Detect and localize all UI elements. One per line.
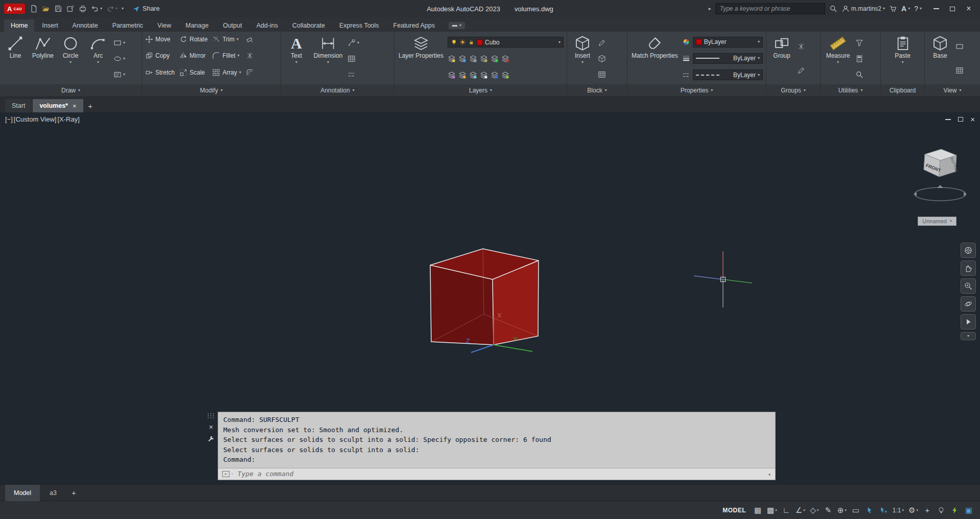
tab-addins[interactable]: Add-ins: [250, 19, 285, 32]
arc-button[interactable]: Arc▾: [86, 34, 110, 83]
table-button[interactable]: [347, 54, 359, 64]
tab-view[interactable]: View: [151, 19, 178, 32]
clipboard-panel-title[interactable]: Clipboard: [881, 84, 924, 97]
command-window[interactable]: × Command: SURFSCULPT Mesh conversion se…: [204, 412, 776, 480]
dimension-style-button[interactable]: [347, 69, 359, 80]
collapse-history-button[interactable]: ▴: [768, 471, 771, 477]
plot-button[interactable]: [77, 3, 88, 15]
group-edit-button[interactable]: [797, 65, 805, 76]
navbar-menu-button[interactable]: ▾: [961, 332, 976, 340]
account-menu[interactable]: m.martins2▾: [842, 5, 885, 13]
viewport-restore-icon[interactable]: [958, 117, 963, 122]
rotate-button[interactable]: Rotate: [179, 34, 207, 45]
cube-solid[interactable]: [430, 249, 539, 345]
layer-properties-button[interactable]: Layer Properties: [398, 34, 445, 83]
utilities-panel-title[interactable]: Utilities▾: [821, 84, 880, 97]
viewport-minimize-icon[interactable]: [945, 119, 951, 120]
new-layout-button[interactable]: +: [66, 485, 81, 501]
layer-match-button[interactable]: [491, 54, 499, 64]
isolate-objects-button[interactable]: [935, 504, 947, 517]
layout-tab-a3[interactable]: a3: [41, 485, 65, 501]
lineweight-select[interactable]: ByLayer▾: [693, 53, 763, 64]
dimension-button[interactable]: Dimension▾: [312, 34, 344, 83]
named-views-button[interactable]: [955, 65, 964, 76]
layer-select[interactable]: Cubo ▾: [448, 37, 564, 48]
minimize-button[interactable]: [929, 3, 943, 15]
annotation-scale-button[interactable]: 1:1▾: [891, 504, 905, 517]
zoom-button[interactable]: [961, 278, 976, 294]
workspace-switching-button[interactable]: ⚙▾: [907, 504, 920, 517]
linetype-select[interactable]: ByLayer▾: [693, 69, 763, 80]
layer-thaw-button[interactable]: [458, 70, 466, 80]
line-button[interactable]: Line: [3, 34, 28, 83]
polyline-button[interactable]: Polyline: [31, 34, 55, 83]
group-button[interactable]: Group: [769, 34, 794, 83]
layer-on-button[interactable]: [480, 70, 488, 80]
insert-button[interactable]: Insert▾: [570, 34, 595, 83]
graphics-performance-button[interactable]: [949, 504, 961, 517]
object-color-select[interactable]: ByLayer▾: [693, 37, 763, 48]
object-snap-button[interactable]: ⊕▾: [836, 504, 848, 517]
viewport-config-button[interactable]: [955, 41, 964, 52]
command-customize-button[interactable]: [207, 435, 215, 442]
model-space-button[interactable]: MODEL: [722, 507, 746, 514]
selection-cycling-button[interactable]: [864, 504, 876, 517]
quick-calc-button[interactable]: [855, 54, 864, 64]
save-button[interactable]: [53, 3, 64, 15]
tab-output[interactable]: Output: [216, 19, 249, 32]
qat-customize-button[interactable]: ▾: [120, 3, 125, 15]
layer-make-current-button[interactable]: [501, 54, 509, 64]
edit-block-button[interactable]: [598, 38, 606, 48]
viewport-menu-button[interactable]: [−]: [5, 115, 13, 123]
tab-parametric[interactable]: Parametric: [106, 19, 150, 32]
navigation-wheel-button[interactable]: [961, 243, 976, 258]
visual-style-button[interactable]: [X-Ray]: [57, 115, 79, 123]
new-drawing-button[interactable]: +: [84, 99, 97, 112]
rectangle-button[interactable]: ▾: [113, 38, 125, 48]
layer-walk-button[interactable]: [501, 70, 509, 80]
erase-button[interactable]: [246, 34, 254, 45]
create-block-button[interactable]: [598, 54, 606, 64]
viewcube[interactable]: FRONT BOTTOM: [909, 145, 971, 205]
array-button[interactable]: Array▾: [212, 67, 241, 78]
file-tab-start[interactable]: Start: [5, 99, 32, 112]
showmotion-button[interactable]: [961, 314, 976, 329]
close-button[interactable]: ×: [962, 3, 976, 15]
viewport-name-dropdown[interactable]: Unnamed▾: [918, 217, 956, 226]
match-properties-button[interactable]: Match Properties: [631, 34, 679, 83]
base-button[interactable]: Base: [928, 34, 952, 83]
view-control-button[interactable]: [Custom View]: [14, 115, 57, 123]
circle-button[interactable]: Circle▾: [58, 34, 83, 83]
command-close-button[interactable]: ×: [209, 423, 213, 431]
layers-panel-title[interactable]: Layers▾: [394, 84, 567, 97]
autodesk-app-button[interactable]: A▾: [901, 5, 910, 13]
trim-button[interactable]: Trim▾: [212, 34, 241, 45]
annotation-panel-title[interactable]: Annotation▾: [281, 84, 394, 97]
drag-handle[interactable]: [207, 413, 215, 419]
stretch-button[interactable]: Stretch: [145, 67, 175, 78]
customization-button[interactable]: +: [921, 504, 934, 517]
mirror-button[interactable]: Mirror: [179, 50, 207, 61]
layer-isolate-button[interactable]: [458, 54, 466, 64]
close-tab-icon[interactable]: ×: [73, 102, 77, 110]
view-panel-title[interactable]: View▾: [925, 84, 980, 97]
tab-express-tools[interactable]: Express Tools: [333, 19, 386, 32]
hatch-button[interactable]: ▾: [113, 69, 125, 80]
dynamic-input-button[interactable]: [877, 504, 890, 517]
orbit-button[interactable]: [961, 296, 976, 312]
undo-button[interactable]: ▾: [89, 3, 104, 15]
new-button[interactable]: [28, 3, 39, 15]
search-button[interactable]: [829, 5, 837, 13]
redo-button[interactable]: ▾: [105, 3, 119, 15]
viewport-close-icon[interactable]: ×: [970, 115, 975, 124]
multileader-button[interactable]: ▾: [347, 38, 359, 48]
paste-button[interactable]: Paste▾: [891, 34, 915, 83]
annotation-monitor-button[interactable]: ✎: [822, 504, 834, 517]
clean-screen-button[interactable]: ▣: [963, 504, 975, 517]
tab-manage[interactable]: Manage: [179, 19, 215, 32]
measure-button[interactable]: Measure▾: [824, 34, 852, 83]
maximize-button[interactable]: [945, 3, 960, 15]
block-panel-title[interactable]: Block▾: [567, 84, 627, 97]
scale-button[interactable]: Scale: [179, 67, 207, 78]
modify-panel-title[interactable]: Modify▾: [142, 84, 281, 97]
